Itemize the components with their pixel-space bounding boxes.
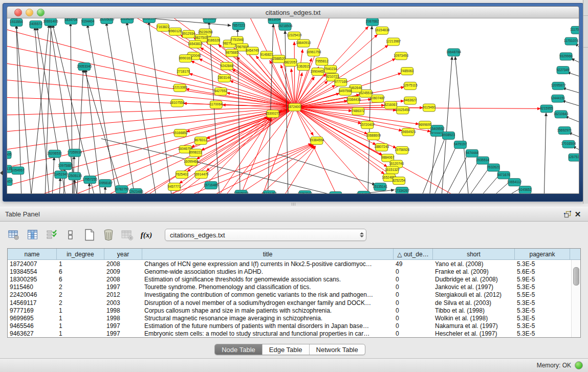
citation-graph[interactable]: 7163822896012889129342522605898275051654… <box>7 18 579 193</box>
graph-node[interactable]: 17016504 <box>561 140 576 148</box>
table-selector-dropdown[interactable]: citations_edges.txt <box>165 229 366 241</box>
graph-node[interactable]: 9777169 <box>334 78 347 86</box>
graph-edge[interactable] <box>441 56 452 193</box>
table-settings-icon[interactable] <box>7 228 20 242</box>
table-cell[interactable]: Changes of HCN gene expression and I(f) … <box>142 260 394 268</box>
graph-node[interactable]: 9463627 <box>404 97 417 104</box>
graph-node[interactable]: 7163822 <box>157 24 170 31</box>
graph-node[interactable]: 18640910 <box>296 39 311 47</box>
graph-node[interactable]: 6822057 <box>284 59 297 67</box>
graph-edge[interactable] <box>105 186 105 193</box>
graph-node[interactable]: 12975115 <box>403 82 418 90</box>
graph-node[interactable]: 12213389 <box>172 84 187 92</box>
graph-node[interactable]: 16210643 <box>554 111 569 118</box>
table-cell[interactable]: 9699695 <box>8 315 57 322</box>
graph-node[interactable]: 8912934 <box>182 30 195 38</box>
graph-edge[interactable] <box>149 21 172 193</box>
graph-node[interactable]: 2520505 <box>7 151 12 159</box>
table-cell[interactable]: 5.3E-5 <box>515 322 570 330</box>
graph-node[interactable]: 1362615 <box>297 63 310 71</box>
graph-edge[interactable] <box>277 154 376 185</box>
graph-node[interactable]: 15134457 <box>262 191 277 193</box>
table-row[interactable]: 977716911998Corpus callosum shape and si… <box>8 307 571 314</box>
graph-node[interactable]: 18362104 <box>142 18 157 23</box>
graph-node[interactable]: 8252254 <box>393 177 406 185</box>
table-cell[interactable]: 1998 <box>104 315 142 322</box>
table-cell[interactable]: Stergiakouli et al. (2012) <box>433 291 515 298</box>
graph-edge[interactable] <box>420 133 447 193</box>
table-cell[interactable]: 5.3E-5 <box>515 315 570 322</box>
table-cell[interactable]: 9115460 <box>8 283 57 291</box>
graph-node[interactable]: 8454749 <box>246 47 259 55</box>
table-cell[interactable]: 5.3E-5 <box>515 307 570 314</box>
function-builder-icon[interactable]: f(x) <box>140 228 153 242</box>
graph-node[interactable]: 18107554 <box>170 99 185 107</box>
table-cell[interactable]: 1 <box>57 315 104 322</box>
graph-node[interactable]: 2405572 <box>29 20 42 28</box>
graph-node[interactable]: 8471676 <box>497 171 511 179</box>
table-cell[interactable]: 2012 <box>104 291 142 298</box>
show-columns-icon[interactable] <box>26 228 39 242</box>
graph-node[interactable]: 19384554 <box>310 137 324 144</box>
table-cell[interactable]: 2003 <box>104 299 142 307</box>
table-cell[interactable]: Genome-wide association studies in ADHD. <box>142 268 394 275</box>
column-mode-icon[interactable] <box>64 228 77 242</box>
table-cell[interactable]: Tibbo et al. (1998) <box>433 307 515 314</box>
table-cell[interactable]: 9463627 <box>8 330 57 337</box>
table-cell[interactable]: Hescheler et al. (1997) <box>433 330 515 337</box>
graph-edge[interactable] <box>294 42 295 107</box>
column-header-pagerank[interactable]: pagerank <box>515 249 570 259</box>
graph-node[interactable]: 11451947 <box>54 171 69 179</box>
graph-node[interactable]: 10554297 <box>120 18 135 23</box>
graph-node[interactable]: 8960128 <box>169 28 182 35</box>
graph-edge[interactable] <box>88 25 118 193</box>
table-cell[interactable]: 5.5E-5 <box>515 291 570 298</box>
tab-node-table[interactable]: Node Table <box>215 344 262 355</box>
graph-node[interactable]: 30691406 <box>43 18 58 26</box>
network-canvas[interactable]: 7163822896012889129342522605898275051654… <box>7 18 579 193</box>
table-cell[interactable]: Franke et al. (2009) <box>433 268 515 275</box>
graph-node[interactable]: 19904457 <box>311 68 325 76</box>
graph-node[interactable]: 19218506 <box>278 23 293 30</box>
column-header-year[interactable]: year <box>104 249 142 259</box>
float-panel-icon[interactable] <box>562 210 573 219</box>
graph-node[interactable]: 12095872 <box>551 82 566 90</box>
table-cell[interactable]: 0 <box>394 322 433 330</box>
graph-node[interactable]: 7857223 <box>232 22 246 30</box>
table-cell[interactable]: Disruption of a novel member of a sodium… <box>142 299 394 307</box>
graph-edge[interactable] <box>7 107 295 170</box>
table-cell[interactable]: 2008 <box>104 276 142 283</box>
graph-edge[interactable] <box>295 107 377 193</box>
graph-edge[interactable] <box>455 56 469 193</box>
tab-network-table[interactable]: Network Table <box>309 344 365 355</box>
graph-node[interactable]: 7485063 <box>401 68 414 75</box>
graph-node[interactable]: 26206531 <box>47 150 62 158</box>
graph-node[interactable]: 16033809 <box>202 18 217 23</box>
table-cell[interactable]: 0 <box>394 276 433 283</box>
graph-edge[interactable] <box>7 107 295 115</box>
table-row[interactable]: 2242004622012Investigating the contribut… <box>8 291 571 299</box>
graph-node[interactable]: 10607487 <box>370 95 385 102</box>
new-table-icon[interactable] <box>83 228 96 242</box>
column-header-title[interactable]: title <box>142 249 394 259</box>
graph-node[interactable]: 1054957 <box>11 167 25 174</box>
panel-collapse-arrow-icon[interactable] <box>0 170 3 176</box>
graph-node[interactable]: 16914479 <box>194 171 209 179</box>
graph-node[interactable]: 8998222 <box>189 149 203 157</box>
graph-edge[interactable] <box>368 26 372 193</box>
graph-node[interactable]: 9146821 <box>260 51 273 59</box>
graph-node[interactable]: 8427552 <box>214 87 228 95</box>
graph-node[interactable]: 16154838 <box>375 27 389 34</box>
graph-node[interactable]: 18724007 <box>288 103 302 111</box>
table-cell[interactable]: 18724007 <box>8 260 57 268</box>
table-cell[interactable]: 22420046 <box>8 291 57 298</box>
close-panel-icon[interactable]: ✕ <box>573 210 583 219</box>
graph-node[interactable]: 8938923 <box>442 132 455 140</box>
table-cell[interactable]: 2 <box>57 291 104 298</box>
graph-node[interactable]: 9245652 <box>519 186 532 193</box>
table-cell[interactable]: Investigating the contribution of common… <box>142 291 394 298</box>
graph-node[interactable]: 7486372 <box>352 107 365 115</box>
graph-node[interactable]: 8186328 <box>207 37 221 45</box>
table-cell[interactable]: de Silva et al. (2003) <box>433 299 515 307</box>
graph-node[interactable]: 15166852 <box>173 129 188 137</box>
